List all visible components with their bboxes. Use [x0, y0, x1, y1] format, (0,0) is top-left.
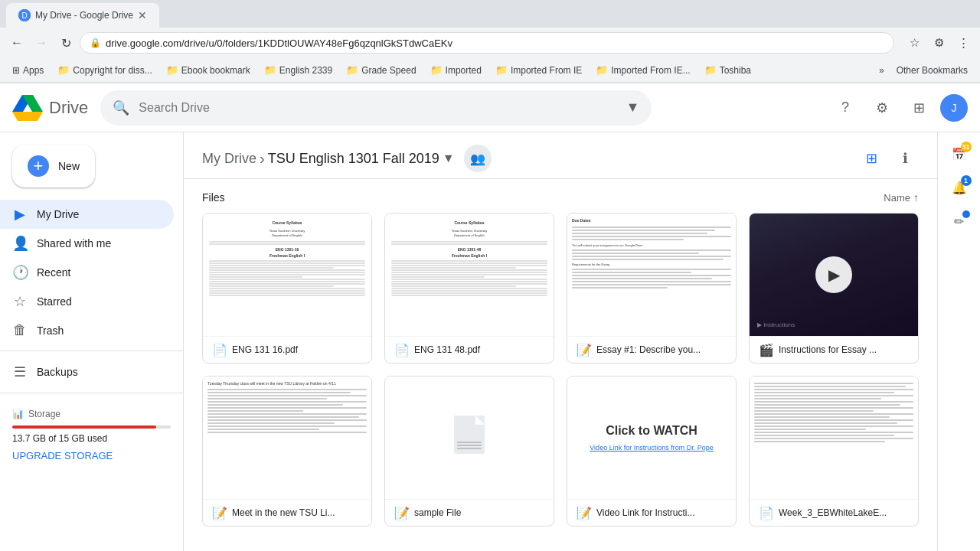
extensions-icon[interactable]: ⚙ — [928, 32, 949, 54]
file-name: Meet in the new TSU Li... — [232, 507, 362, 518]
pdf-icon: 📄 — [394, 343, 408, 357]
notifications-button[interactable]: 🔔 1 — [944, 172, 975, 203]
file-card-eng131-48[interactable]: Course Syllabus Texas Southern Universit… — [384, 213, 554, 364]
svg-text:D: D — [21, 11, 27, 20]
sort-arrow-icon: ↑ — [913, 191, 919, 204]
sort-control[interactable]: Name ↑ — [884, 191, 919, 204]
file-card-video-link[interactable]: Click to WATCH Video Link for Instructio… — [567, 376, 737, 527]
url-text: drive.google.com/drive/u/0/folders/1KDDt… — [106, 37, 884, 49]
search-dropdown-icon[interactable]: ▼ — [626, 99, 640, 116]
file-info-eng131-16: 📄 ENG 131 16.pdf — [203, 336, 371, 363]
back-button[interactable]: ← — [6, 32, 28, 54]
folder-icon: 📁 — [57, 64, 70, 76]
doc-preview: Course Syllabus Texas Southern Universit… — [203, 214, 371, 336]
storage-bar — [12, 425, 171, 429]
bookmark-other[interactable]: Other Bookmarks — [890, 64, 974, 77]
file-card-meet-tsu[interactable]: Tuesday Thursday class will meet in the … — [202, 376, 372, 527]
file-preview-eng131-16: Course Syllabus Texas Southern Universit… — [203, 214, 371, 336]
bookmark-apps[interactable]: ⊞ Apps — [6, 64, 50, 77]
breadcrumb-separator: › — [260, 150, 265, 168]
bookmark-grade[interactable]: 📁 Grade Speed — [340, 63, 422, 77]
breadcrumb-dropdown-icon[interactable]: ▼ — [443, 152, 455, 165]
file-card-essay1[interactable]: Due Dates You will submit your assignmen… — [567, 213, 737, 364]
gdoc-icon: 📝 — [577, 343, 590, 357]
sidebar-item-my-drive[interactable]: ▶ My Drive — [0, 200, 174, 229]
breadcrumb-root[interactable]: My Drive — [202, 151, 256, 167]
recent-icon: 🕐 — [12, 264, 28, 281]
info-button[interactable]: ℹ — [891, 145, 919, 172]
browser-tabs: D My Drive - Google Drive ✕ — [0, 0, 980, 28]
folder-icon: 📁 — [704, 64, 717, 76]
forward-button[interactable]: → — [31, 32, 52, 54]
file-name: Video Link for Instructi... — [596, 507, 727, 518]
search-bar[interactable]: 🔍 ▼ — [100, 90, 652, 126]
settings-button[interactable]: ⚙ — [867, 93, 897, 123]
storage-fill — [12, 425, 156, 429]
storage-section: 📊 Storage 13.7 GB of 15 GB used UPGRADE … — [0, 399, 183, 471]
bookmark-copyright[interactable]: 📁 Copyright for diss... — [51, 63, 158, 77]
file-name: sample File — [414, 507, 544, 518]
bookmark-imported-ie[interactable]: 📁 Imported From IE — [489, 63, 588, 77]
grid-view-button[interactable]: ⊞ — [858, 145, 885, 172]
nav-actions: ☆ ⚙ ⋮ — [903, 32, 974, 54]
file-name: Week_3_EBWhiteLakeE... — [779, 507, 909, 518]
file-card-instructions[interactable]: ▶ Instructions ▶ 🎬 Instructions for Essa… — [749, 213, 919, 364]
file-preview-week3 — [750, 377, 918, 499]
active-tab[interactable]: D My Drive - Google Drive ✕ — [6, 3, 159, 28]
folder-icon: 📁 — [346, 64, 358, 76]
tab-title: My Drive - Google Drive — [35, 10, 133, 21]
bookmarks-more-button[interactable]: » — [874, 64, 889, 77]
sidebar-item-shared[interactable]: 👤 Shared with me — [0, 229, 174, 258]
gdoc-icon: 📝 — [394, 506, 408, 520]
sort-label: Name — [884, 192, 910, 204]
bookmark-icon[interactable]: ☆ — [903, 32, 925, 54]
file-info-eng131-48: 📄 ENG 131 48.pdf — [385, 336, 554, 363]
bookmark-ebook[interactable]: 📁 Ebook bookmark — [160, 63, 256, 77]
bookmark-toshiba[interactable]: 📁 Toshiba — [698, 63, 757, 77]
file-info-instructions: 🎬 Instructions for Essay ... — [750, 336, 918, 363]
edit-button[interactable]: ✏ — [944, 206, 975, 236]
file-preview-eng131-48: Course Syllabus Texas Southern Universit… — [385, 214, 554, 336]
sidebar: + New ▶ My Drive 👤 Shared with me 🕐 Rece… — [0, 132, 184, 551]
sidebar-divider — [0, 350, 183, 351]
sidebar-item-starred[interactable]: ☆ Starred — [0, 287, 174, 316]
apps-grid-button[interactable]: ⊞ — [903, 93, 934, 123]
file-preview-essay1: Due Dates You will submit your assignmen… — [567, 214, 736, 336]
content-header: My Drive › TSU English 1301 Fall 2019 ▼ … — [184, 132, 937, 179]
upgrade-storage-button[interactable]: UPGRADE STORAGE — [12, 450, 171, 461]
new-button[interactable]: + New — [12, 145, 95, 187]
file-card-week3[interactable]: 📄 Week_3_EBWhiteLakeE... — [749, 376, 919, 527]
sidebar-item-trash[interactable]: 🗑 Trash — [0, 316, 174, 344]
file-card-eng131-16[interactable]: Course Syllabus Texas Southern Universit… — [202, 213, 372, 364]
sidebar-item-recent[interactable]: 🕐 Recent — [0, 258, 174, 287]
search-input[interactable] — [139, 101, 616, 115]
reload-button[interactable]: ↻ — [55, 32, 77, 54]
bookmark-english[interactable]: 📁 English 2339 — [258, 63, 338, 77]
storage-icon: 📊 — [12, 409, 24, 419]
file-info-meet-tsu: 📝 Meet in the new TSU Li... — [203, 499, 371, 526]
browser-chrome: D My Drive - Google Drive ✕ ← → ↻ 🔒 driv… — [0, 0, 980, 83]
new-button-label: New — [58, 160, 80, 172]
files-header: Files Name ↑ — [202, 185, 919, 213]
calendar-button[interactable]: 📅 31 — [944, 139, 975, 169]
notification-badge: 1 — [961, 175, 972, 186]
user-avatar[interactable]: J — [940, 94, 968, 122]
bookmark-imported[interactable]: 📁 Imported — [424, 63, 488, 77]
help-button[interactable]: ? — [830, 93, 861, 123]
bookmark-imported-ie2[interactable]: 📁 Imported From IE... — [590, 63, 696, 77]
header-right: ⊞ ℹ — [858, 145, 919, 172]
folder-icon: 📁 — [264, 64, 276, 76]
browser-nav: ← → ↻ 🔒 drive.google.com/drive/u/0/folde… — [0, 28, 980, 58]
backups-icon: ☰ — [12, 364, 28, 380]
trash-icon: 🗑 — [12, 322, 28, 338]
trash-label: Trash — [37, 324, 64, 337]
tab-close-icon[interactable]: ✕ — [138, 9, 147, 21]
drive-logo[interactable]: Drive — [12, 95, 88, 121]
file-card-sample[interactable]: 📝 sample File — [384, 376, 554, 527]
share-folder-button[interactable]: 👥 — [464, 145, 492, 172]
bookmark-apps-label: Apps — [23, 65, 44, 76]
address-bar[interactable]: 🔒 drive.google.com/drive/u/0/folders/1KD… — [80, 32, 894, 54]
file-name: Essay #1: Describe you... — [596, 344, 727, 355]
menu-icon[interactable]: ⋮ — [952, 32, 974, 54]
sidebar-item-backups[interactable]: ☰ Backups — [0, 357, 174, 386]
